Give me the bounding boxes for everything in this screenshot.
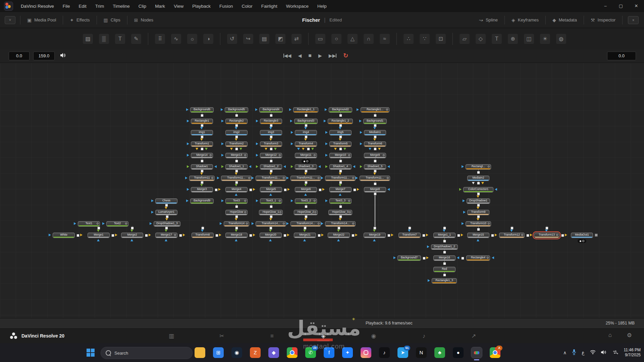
resize-icon[interactable]: ⇄ (291, 34, 302, 44)
connector-square[interactable] (443, 262, 446, 265)
connector-square[interactable] (270, 114, 273, 117)
node-transform5[interactable]: Transform5 (329, 141, 352, 147)
connector-left-triangle[interactable] (318, 165, 321, 168)
node-transform6[interactable]: Transform6 (364, 141, 386, 147)
connector-down-triangle[interactable] (269, 173, 272, 175)
microphone-icon[interactable] (572, 349, 576, 356)
current-frame-field[interactable]: 0.0 (9, 52, 30, 60)
connector-square[interactable] (270, 160, 273, 163)
menu-item-file[interactable]: File (58, 4, 74, 9)
connector-square[interactable] (457, 234, 460, 237)
node-rectangle1[interactable]: Rectangle1... (361, 107, 389, 113)
connector-down-triangle[interactable] (304, 138, 307, 141)
node-red[interactable]: Red (433, 267, 455, 272)
node-dropshadow1[interactable]: DropShadow1 (467, 198, 490, 204)
close-button[interactable]: ✕ (629, 0, 644, 12)
node-transform11[interactable]: Transform11... (325, 176, 356, 181)
connector-right-triangle[interactable] (393, 256, 396, 259)
connector-right-triangle[interactable] (151, 199, 154, 202)
connector-square[interactable] (131, 227, 134, 230)
menu-item-trim[interactable]: Trim (91, 4, 109, 9)
node-background3[interactable]: Background3 (294, 119, 318, 124)
connector-right-triangle[interactable] (325, 108, 327, 111)
node-visibility-icon[interactable] (348, 154, 350, 156)
connector-right-triangle[interactable] (360, 165, 362, 168)
connector-square[interactable] (235, 124, 238, 127)
pemitter-icon[interactable]: ∴ (404, 34, 414, 44)
connector-square[interactable] (352, 234, 355, 237)
node-merge11[interactable]: Merge11 (295, 153, 317, 158)
node-visibility-icon[interactable] (521, 234, 523, 236)
node-visibility-icon[interactable] (386, 109, 388, 111)
connector-square[interactable] (339, 124, 342, 127)
connector-square[interactable] (235, 227, 238, 230)
connector-right-triangle[interactable] (220, 222, 222, 225)
connector-down-triangle[interactable] (408, 230, 411, 232)
connector-square[interactable] (305, 215, 308, 218)
menu-item-fusion[interactable]: Fusion (215, 4, 237, 9)
connector-left-triangle[interactable] (492, 256, 494, 259)
node-merge21[interactable]: Merge21 (294, 233, 316, 238)
connector-square[interactable] (201, 114, 204, 117)
connector-down-triangle[interactable] (481, 182, 484, 184)
connector-square[interactable] (339, 147, 342, 150)
connector-up-triangle[interactable] (235, 239, 237, 241)
connector-right-triangle[interactable] (426, 234, 428, 236)
connector-right-triangle[interactable] (221, 165, 224, 168)
connector-down-triangle[interactable] (200, 138, 203, 141)
connector-right-triangle[interactable] (183, 234, 185, 236)
text-3d-icon[interactable]: T (492, 34, 502, 44)
hue-curves-icon[interactable]: ◑ (203, 34, 213, 44)
connector-square[interactable] (215, 188, 218, 191)
connector-square[interactable] (249, 188, 252, 191)
spline-button[interactable]: ↝Spline (472, 12, 504, 28)
node-text3_1[interactable]: Text3_1 (260, 198, 282, 204)
connection-line[interactable] (375, 193, 375, 229)
connector-down-triangle[interactable] (302, 148, 305, 150)
connector-square[interactable] (339, 205, 342, 208)
node-text3_2[interactable]: Text3_2 (295, 198, 317, 204)
connector-left-triangle[interactable] (457, 256, 459, 259)
connector-down-triangle[interactable] (239, 148, 242, 150)
connector-right-triangle[interactable] (187, 188, 189, 191)
node-graph-canvas[interactable]: Background6Background5Background4Rectang… (0, 63, 644, 318)
connector-right-triangle[interactable] (325, 154, 328, 157)
node-rectangle1[interactable]: Rectangle1 (191, 119, 213, 124)
connector-down-triangle[interactable] (235, 230, 237, 232)
volume-icon[interactable] (601, 350, 607, 356)
connector-square[interactable] (374, 114, 377, 117)
connector-down-triangle[interactable] (201, 230, 204, 232)
node-transform2[interactable]: Transform2 (225, 141, 248, 147)
connector-square[interactable] (443, 240, 446, 243)
node-visibility-icon[interactable] (318, 177, 320, 179)
node-merge18[interactable]: Merge18 (225, 233, 248, 238)
node-transform10[interactable]: Transform10 (466, 221, 491, 227)
connector-down-triangle[interactable] (269, 127, 272, 129)
fusion-page-icon[interactable]: ◈ (317, 332, 329, 341)
connector-right-triangle[interactable] (150, 222, 152, 225)
connector-right-triangle[interactable] (256, 154, 258, 157)
connector-square[interactable] (443, 251, 446, 254)
connector-down-triangle[interactable] (510, 230, 513, 232)
menu-item-timeline[interactable]: Timeline (108, 4, 134, 9)
node-merge7[interactable]: Merge7 (329, 187, 352, 192)
node-rectangl[interactable]: Rectangl... (466, 164, 491, 170)
connector-right-triangle[interactable] (290, 120, 292, 122)
connector-square[interactable] (270, 147, 273, 150)
color-curves-icon[interactable]: ∿ (171, 34, 181, 44)
connector-right-triangle[interactable] (462, 222, 464, 225)
taskbar-app-messenger[interactable]: ✦ (342, 347, 353, 358)
node-transform4[interactable]: Transform4 (295, 141, 317, 147)
node-rectangle1_3[interactable]: Rectangle1_3 (432, 278, 457, 284)
node-rectangle1_1[interactable]: Rectangle1_1 (293, 107, 318, 113)
connector-square[interactable] (305, 114, 308, 117)
connector-right-triangle[interactable] (221, 120, 224, 122)
node-visibility-icon[interactable] (283, 177, 285, 179)
node-visibility-icon[interactable] (279, 211, 281, 213)
connector-right-triangle[interactable] (360, 142, 362, 145)
node-merge2[interactable]: Merge2 (121, 233, 143, 238)
spline-warp-icon[interactable]: ≈ (380, 34, 390, 44)
connector-down-triangle[interactable] (339, 218, 341, 221)
connector-square[interactable] (339, 181, 342, 184)
connector-right-triangle[interactable] (321, 177, 323, 179)
